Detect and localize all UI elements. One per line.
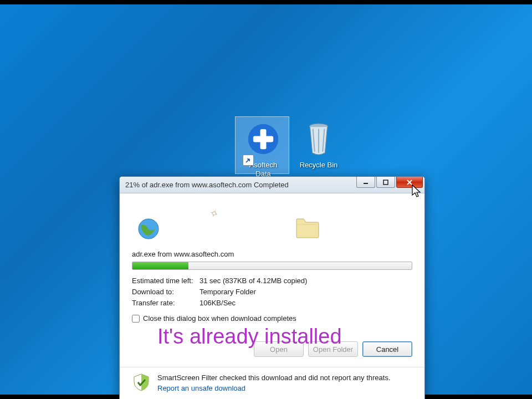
time-left-label: Estimated time left: (132, 275, 200, 287)
globe-icon (137, 218, 160, 240)
download-file-label: adr.exe from www.asoftech.com (132, 250, 412, 258)
svg-rect-5 (383, 180, 388, 185)
recycle-bin-icon (299, 120, 338, 158)
progress-fill (132, 262, 188, 269)
open-folder-button: Open Folder (308, 341, 358, 357)
minimize-button[interactable] (356, 177, 375, 188)
progress-bar (132, 262, 412, 270)
cancel-button[interactable]: Cancel (362, 341, 412, 357)
open-button: Open (254, 341, 304, 357)
transfer-rate-value: 106KB/Sec (200, 298, 412, 309)
transfer-rate-label: Transfer rate: (132, 298, 200, 309)
separator (120, 367, 424, 367)
download-to-value: Temporary Folder (200, 287, 412, 298)
transfer-animation: ✧ (132, 202, 412, 247)
desktop-icon-label: Recycle Bin (294, 161, 344, 170)
desktop-icon-recycle-bin[interactable]: Recycle Bin (294, 120, 344, 170)
asoftech-icon (244, 120, 283, 158)
shield-icon (132, 373, 151, 392)
window-title: 21% of adr.exe from www.asoftech.com Com… (120, 181, 356, 189)
smartscreen-notice: SmartScreen Filter checked this download… (132, 373, 412, 393)
time-left-value: 31 sec (837KB of 4.12MB copied) (200, 275, 412, 287)
folder-icon (295, 216, 320, 239)
desktop-icon-asoftech[interactable]: Asoftech Data (238, 120, 288, 178)
download-dialog: 21% of adr.exe from www.asoftech.com Com… (119, 176, 425, 399)
maximize-button[interactable] (376, 177, 395, 188)
smartscreen-text: SmartScreen Filter checked this download… (157, 374, 391, 382)
dialog-body: ✧ adr.exe from www.asoftech.com Estimate… (120, 193, 424, 399)
svg-rect-2 (253, 136, 273, 142)
close-when-done-checkbox[interactable] (132, 315, 140, 323)
desktop: Asoftech Data Recycle Bin 21% of adr.exe… (0, 0, 532, 399)
letterbox-top (0, 0, 532, 4)
report-unsafe-link[interactable]: Report an unsafe download (157, 384, 245, 392)
shortcut-arrow-icon (243, 155, 254, 166)
titlebar[interactable]: 21% of adr.exe from www.asoftech.com Com… (120, 177, 424, 193)
flying-paper-icon: ✧ (207, 206, 221, 221)
close-when-done-label: Close this dialog box when download comp… (143, 314, 296, 323)
close-when-done-row[interactable]: Close this dialog box when download comp… (132, 314, 412, 323)
close-button[interactable] (396, 177, 423, 188)
dialog-button-row: Open Open Folder Cancel (132, 341, 412, 357)
download-stats: Estimated time left: 31 sec (837KB of 4.… (132, 275, 412, 309)
download-to-label: Download to: (132, 287, 200, 298)
